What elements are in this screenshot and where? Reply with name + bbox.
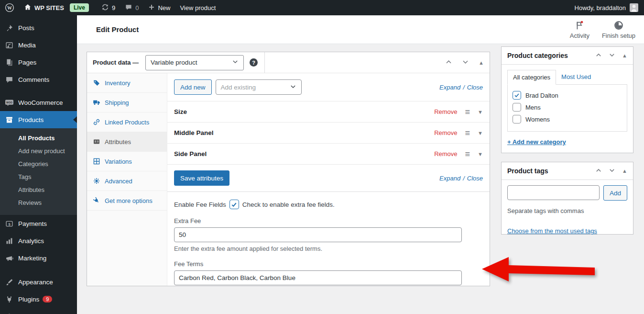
activity-button[interactable]: Activity: [570, 20, 589, 39]
category-checkbox[interactable]: [513, 91, 521, 100]
header-divider: [264, 52, 265, 73]
tab-get-more-options[interactable]: Get more options: [87, 191, 167, 211]
expand-row-icon[interactable]: ▼: [478, 130, 483, 136]
sidebar-item-woocommerce[interactable]: WOO WooCommerce: [0, 94, 77, 111]
new-tag-input[interactable]: [507, 185, 600, 200]
progress-circle-icon: [613, 20, 624, 31]
sidebar-item-posts[interactable]: Posts: [0, 19, 77, 36]
category-label: Mens: [525, 104, 541, 111]
finish-setup-button[interactable]: Finish setup: [602, 20, 635, 39]
avatar[interactable]: [630, 3, 638, 12]
drag-handle-icon[interactable]: ≡: [465, 108, 470, 116]
expand-row-icon[interactable]: ▼: [478, 151, 483, 157]
updates-menu[interactable]: 9: [97, 0, 120, 15]
collapse-panel-icon[interactable]: ▲: [479, 60, 484, 66]
save-attributes-button[interactable]: Save attributes: [174, 170, 229, 186]
choose-most-used-tags-link[interactable]: Choose from the most used tags: [507, 227, 597, 235]
plug-icon: [4, 294, 14, 304]
sidebar-item-users[interactable]: Users: [0, 308, 77, 314]
category-item-womens[interactable]: Womens: [513, 115, 622, 123]
expand-link[interactable]: Expand: [439, 175, 460, 182]
sidebar-item-analytics[interactable]: Analytics: [0, 232, 77, 249]
comments-menu[interactable]: 0: [120, 0, 143, 15]
remove-attribute-link[interactable]: Remove: [434, 108, 457, 115]
drag-handle-icon[interactable]: ≡: [465, 150, 470, 158]
extra-fee-input[interactable]: [174, 227, 462, 242]
enable-fee-fields-checkbox[interactable]: [229, 200, 239, 209]
move-down-icon[interactable]: [609, 52, 615, 59]
sidebar-item-media[interactable]: Media: [0, 36, 77, 54]
wordpress-logo-icon[interactable]: W: [0, 0, 19, 15]
remove-attribute-link[interactable]: Remove: [434, 150, 457, 157]
product-type-select[interactable]: Variable product: [145, 55, 244, 70]
tab-label: Shipping: [105, 99, 129, 106]
sidebar-item-label: Products: [18, 116, 44, 123]
tab-inventory[interactable]: Inventory: [87, 73, 167, 93]
sidebar-item-marketing[interactable]: Marketing: [0, 249, 77, 267]
add-existing-select[interactable]: Add existing: [216, 79, 302, 95]
remove-attribute-link[interactable]: Remove: [434, 129, 457, 136]
move-up-icon[interactable]: [595, 167, 602, 175]
site-menu[interactable]: WP SITES Live: [19, 0, 97, 15]
link-icon: [93, 118, 100, 126]
new-menu[interactable]: New: [143, 0, 175, 15]
add-new-category-link[interactable]: + Add new category: [507, 138, 566, 146]
move-down-icon[interactable]: [609, 167, 615, 175]
admin-bar: W WP SITES Live 9 0 New View product How…: [0, 0, 644, 15]
tab-attributes[interactable]: Attributes: [87, 132, 167, 152]
expand-link[interactable]: Expand: [439, 84, 460, 91]
pages-icon: [4, 57, 14, 67]
tab-advanced[interactable]: Advanced: [87, 171, 167, 191]
howdy-text[interactable]: Howdy, braddalton: [575, 4, 626, 11]
submenu-attributes[interactable]: Attributes: [0, 183, 77, 196]
category-label: Womens: [525, 116, 550, 123]
collapse-panel-icon[interactable]: ▲: [622, 53, 627, 58]
attribute-row-side-panel[interactable]: Side Panel Remove ≡ ▼: [167, 143, 490, 164]
collapse-panel-icon[interactable]: ▲: [622, 168, 627, 174]
tab-linked-products[interactable]: Linked Products: [87, 112, 167, 132]
sidebar-item-comments[interactable]: Comments: [0, 71, 77, 88]
tab-most-used[interactable]: Most Used: [556, 70, 596, 84]
enable-fee-fields-label: Enable Fee Fields: [174, 201, 226, 208]
sidebar-item-pages[interactable]: Pages: [0, 54, 77, 71]
help-icon[interactable]: ?: [250, 58, 258, 67]
attribute-row-size[interactable]: Size Remove ≡ ▼: [167, 101, 490, 122]
product-categories-panel: Product categories ▲ All categories Most…: [501, 46, 633, 153]
close-link[interactable]: Close: [467, 84, 483, 91]
chevron-down-icon: [290, 83, 296, 91]
category-checkbox[interactable]: [513, 103, 521, 112]
drag-handle-icon[interactable]: ≡: [465, 129, 470, 137]
move-down-icon[interactable]: [462, 58, 469, 67]
category-checkbox[interactable]: [513, 115, 521, 123]
expand-row-icon[interactable]: ▼: [478, 109, 483, 115]
sidebar-item-label: Marketing: [18, 255, 46, 262]
sidebar-item-label: Comments: [18, 76, 49, 83]
category-item-brad-dalton[interactable]: Brad Dalton: [513, 91, 622, 100]
product-data-tabs: Inventory Shipping Linked Products Attri…: [87, 73, 167, 286]
category-item-mens[interactable]: Mens: [513, 103, 622, 112]
move-up-icon[interactable]: [595, 52, 602, 59]
submenu-tags[interactable]: Tags: [0, 170, 77, 183]
sidebar-item-plugins[interactable]: Plugins 9: [0, 291, 77, 308]
submenu-all-products[interactable]: All Products: [0, 132, 77, 145]
sidebar-item-appearance[interactable]: Appearance: [0, 273, 77, 291]
view-product-menu[interactable]: View product: [175, 0, 220, 15]
submenu-add-new-product[interactable]: Add new product: [0, 145, 77, 157]
form-icon: [93, 138, 100, 146]
add-tag-button[interactable]: Add: [603, 185, 627, 201]
attribute-row-middle-panel[interactable]: Middle Panel Remove ≡ ▼: [167, 122, 490, 143]
submenu-reviews[interactable]: Reviews: [0, 196, 77, 209]
tab-variations[interactable]: Variations: [87, 152, 167, 171]
view-product-label: View product: [180, 4, 216, 11]
submenu-categories[interactable]: Categories: [0, 157, 77, 170]
tab-all-categories[interactable]: All categories: [507, 70, 556, 85]
move-up-icon[interactable]: [445, 58, 452, 67]
comment-bubble-icon: [125, 3, 132, 12]
tab-shipping[interactable]: Shipping: [87, 93, 167, 112]
close-link[interactable]: Close: [467, 175, 483, 182]
sidebar-item-payments[interactable]: $ Payments: [0, 215, 77, 232]
sidebar-item-products[interactable]: Products: [0, 111, 77, 128]
tag-icon: [93, 79, 100, 87]
add-new-attribute-button[interactable]: Add new: [174, 79, 212, 95]
fee-terms-input[interactable]: [174, 270, 462, 285]
